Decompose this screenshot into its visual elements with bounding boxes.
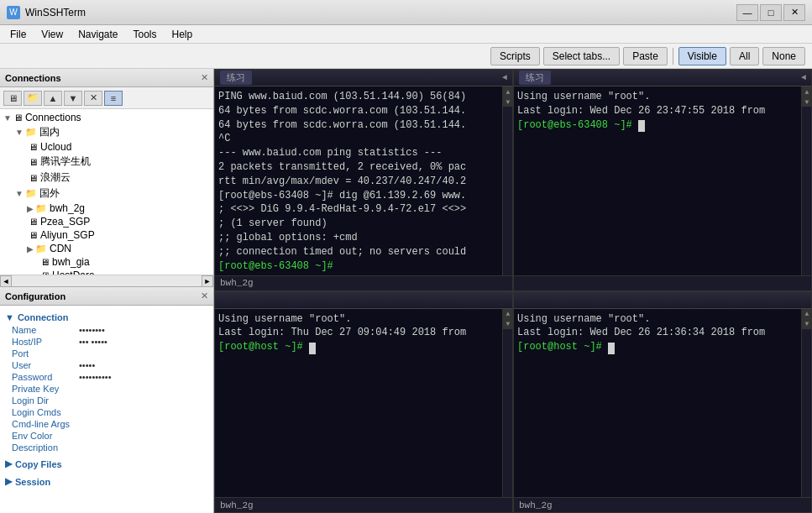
terminal-footer: bwh_2g: [514, 497, 811, 512]
terminal-text: ; <<>> DiG 9.9.4-RedHat-9.9.4-72.el7 <<>…: [218, 203, 466, 215]
tree-item[interactable]: 🖥Ucloud: [0, 140, 213, 154]
config-section: ▼ConnectionName••••••••Host/IP••• •••••P…: [0, 309, 213, 455]
terminal-scroll-up[interactable]: ◄: [502, 73, 507, 82]
all-button[interactable]: All: [730, 47, 759, 65]
config-field-row: Private Key: [5, 383, 208, 395]
menu-tools[interactable]: Tools: [127, 27, 164, 42]
config-section-header[interactable]: ▶Copy Files: [5, 457, 208, 471]
section-expand-icon: ▶: [5, 458, 12, 469]
config-section-header[interactable]: ▼Connection: [5, 311, 208, 324]
tree-expand-icon[interactable]: ▼: [15, 128, 24, 137]
new-folder-button[interactable]: 📁: [24, 91, 42, 106]
terminal-text: Using username "root".: [218, 313, 351, 325]
connections-close-button[interactable]: ✕: [201, 72, 208, 83]
config-field-row: Description: [5, 442, 208, 453]
scripts-button[interactable]: Scripts: [490, 47, 540, 65]
tree-item[interactable]: 🖥Aliyun_SGP: [0, 228, 213, 242]
tree-item[interactable]: ▼📁国内: [0, 124, 213, 140]
config-field-row: Login Dir: [5, 395, 208, 406]
tree-expand-icon[interactable]: ▶: [27, 244, 34, 254]
terminal-line: Using username "root".: [218, 312, 509, 327]
terminal-pane[interactable]: 练习 ◄ Using username "root".Last login: W…: [513, 69, 812, 291]
terminal-line: ; (1 server found): [218, 217, 509, 231]
config-field-label: Name: [12, 325, 79, 335]
scroll-up-button[interactable]: ▲: [503, 309, 513, 319]
scroll-up-button[interactable]: ▲: [802, 86, 812, 97]
new-connection-button[interactable]: 🖥: [3, 91, 22, 106]
terminal-scrollbar[interactable]: ▲ ▼: [801, 309, 811, 498]
config-section-header[interactable]: ▶Session: [5, 474, 208, 489]
toggle-panel-button[interactable]: ≡: [104, 91, 123, 106]
connections-tree[interactable]: ▼🖥Connections▼📁国内 🖥Ucloud 🖥腾讯学生机 🖥浪潮云▼📁国…: [0, 109, 213, 275]
menu-file[interactable]: File: [3, 27, 33, 42]
terminal-pane[interactable]: Using username "root".Last login: Thu De…: [214, 291, 513, 514]
select-tabs-button[interactable]: Select tabs...: [543, 47, 620, 65]
tree-node-icon: 📁: [25, 188, 37, 199]
tree-node-icon: 🖥: [29, 157, 38, 167]
config-field-label: Cmd-line Args: [12, 419, 79, 429]
tree-node-icon: 🖥: [29, 230, 38, 240]
terminal-prompt: [root@host ~]#: [218, 341, 309, 353]
terminal-line: Using username "root".: [517, 312, 808, 327]
terminal-line: Last login: Wed Dec 26 21:36:34 2018 fro…: [517, 326, 808, 340]
menu-view[interactable]: View: [34, 27, 70, 42]
terminal-line: ; <<>> DiG 9.9.4-RedHat-9.9.4-72.el7 <<>…: [218, 202, 509, 217]
maximize-button[interactable]: □: [760, 4, 782, 21]
config-section: ▶Session: [0, 473, 213, 490]
tree-node-label: Pzea_SGP: [40, 216, 90, 228]
terminal-scrollbar[interactable]: ▲ ▼: [502, 309, 512, 498]
tree-item[interactable]: ▶📁CDN: [0, 242, 213, 255]
scroll-track[interactable]: [12, 275, 202, 287]
scroll-down-button[interactable]: ▼: [802, 319, 812, 329]
tree-node-label: Ucloud: [40, 141, 71, 153]
scroll-up-button[interactable]: ▲: [802, 309, 812, 319]
delete-connection-button[interactable]: ✕: [84, 91, 102, 106]
section-expand-icon: ▼: [5, 312, 14, 322]
visible-button[interactable]: Visible: [678, 47, 726, 65]
tree-expand-icon[interactable]: ▼: [3, 113, 12, 123]
tree-item[interactable]: 🖥浪潮云: [0, 170, 213, 186]
tree-item[interactable]: 🖥腾讯学生机: [0, 154, 213, 170]
config-field-label: Host/IP: [12, 337, 79, 347]
terminal-footer: [514, 275, 811, 291]
terminal-scrollbar[interactable]: ▲ ▼: [502, 86, 512, 275]
tree-item[interactable]: ▼📁国外: [0, 186, 213, 202]
tree-item[interactable]: ▼🖥Connections: [0, 111, 213, 124]
tree-node-label: bwh_gia: [52, 256, 90, 268]
scroll-down-button[interactable]: ▼: [503, 97, 513, 107]
move-up-button[interactable]: ▲: [44, 91, 62, 106]
scroll-up-button[interactable]: ▲: [503, 86, 513, 97]
terminal-pane[interactable]: Using username "root".Last login: Wed De…: [513, 291, 812, 514]
minimize-button[interactable]: —: [736, 4, 758, 21]
config-field-row: User•••••: [5, 359, 208, 371]
config-close-button[interactable]: ✕: [201, 291, 208, 301]
none-button[interactable]: None: [762, 47, 805, 65]
paste-button[interactable]: Paste: [623, 47, 668, 65]
scroll-left-button[interactable]: ◄: [0, 275, 12, 287]
menu-navigate[interactable]: Navigate: [71, 27, 124, 42]
horizontal-scrollbar[interactable]: ◄ ►: [0, 275, 213, 287]
terminal-content: Using username "root".Last login: Wed De…: [517, 90, 808, 272]
scroll-down-button[interactable]: ▼: [503, 319, 513, 329]
tree-item[interactable]: 🖥Pzea_SGP: [0, 215, 213, 228]
close-button[interactable]: ✕: [783, 4, 805, 21]
menu-help[interactable]: Help: [165, 27, 200, 42]
tree-expand-icon[interactable]: ▶: [27, 204, 34, 213]
terminal-text: 64 bytes from scdc.worra.com (103.51.144…: [218, 119, 466, 131]
terminal-line: Using username "root".: [517, 90, 808, 104]
config-field-label: Login Dir: [12, 395, 79, 406]
terminal-pane[interactable]: 练习 ◄ PING www.baiud.com (103.51.144.90) …: [214, 69, 513, 291]
scroll-down-button[interactable]: ▼: [802, 97, 812, 107]
tree-expand-icon[interactable]: ▼: [15, 189, 24, 198]
terminal-tab-label: 练习: [220, 71, 252, 85]
scroll-right-button[interactable]: ►: [202, 275, 213, 287]
terminal-scrollbar[interactable]: ▲ ▼: [801, 86, 811, 275]
terminal-line: [root@host ~]#: [517, 340, 808, 354]
toolbar: Scripts Select tabs... Paste Visible All…: [0, 44, 812, 69]
tree-item[interactable]: 🖥bwh_gia: [0, 255, 213, 269]
move-down-button[interactable]: ▼: [64, 91, 82, 106]
terminal-scroll-up[interactable]: ◄: [801, 73, 806, 82]
tree-item[interactable]: 🖥HostDare: [0, 269, 213, 275]
tree-item[interactable]: ▶📁bwh_2g: [0, 202, 213, 215]
terminal-line: ;; connection timed out; no servers coul…: [218, 245, 509, 259]
